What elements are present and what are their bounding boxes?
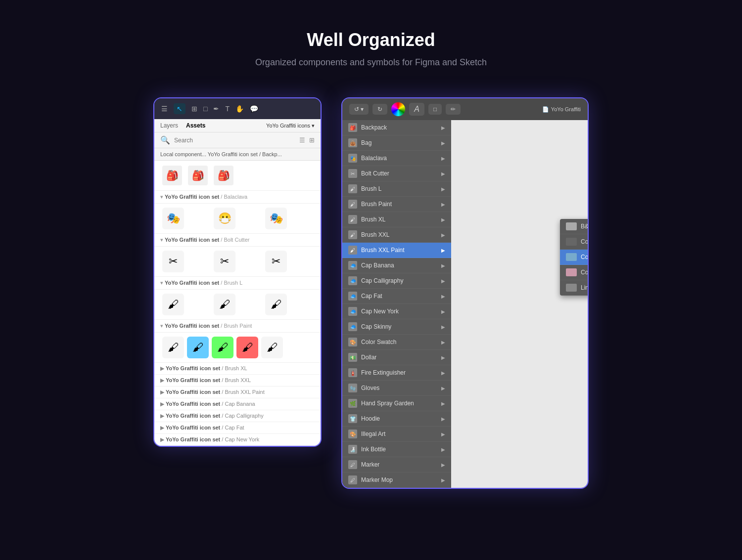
cursor-icon[interactable]: ↖ (174, 103, 186, 114)
menu-label-hand-spray: Hand Spray Garden (361, 400, 414, 407)
menu-item-color-swatch[interactable]: 🎨 Color Swatch ▶ (342, 335, 451, 350)
balaclava-icon-3: 🎭 (265, 208, 287, 229)
submenu-line[interactable]: Line (560, 280, 589, 296)
menu-item-cap-new-york[interactable]: 🧢 Cap New York ▶ (342, 304, 451, 319)
tab-dropdown[interactable]: YoYo Graffiti icons ▾ (266, 123, 315, 129)
submenu-color-pastel[interactable]: Color Pastel (560, 265, 589, 280)
font-btn[interactable]: A (409, 103, 424, 116)
menu-icon[interactable]: ☰ (161, 105, 168, 113)
brush-xl-menu-icon: 🖌 (348, 215, 357, 224)
cap-fat-menu-icon: 🧢 (348, 292, 357, 301)
menu-item-brush-xl[interactable]: 🖌 Brush XL ▶ (342, 212, 451, 227)
list-item-cap-calligraphy[interactable]: ▶ YoYo Graffiti icon set / Cap Calligrap… (154, 410, 321, 422)
bw-icon (566, 222, 577, 230)
icon-grid-bolt-cutter: ✂ ✂ ✂ (154, 247, 321, 277)
hand-icon[interactable]: ✋ (235, 105, 244, 113)
arrow-bag: ▶ (441, 140, 445, 146)
menu-item-hoodie[interactable]: 👕 Hoodie ▶ (342, 411, 451, 427)
grid-icon[interactable]: ⊞ (309, 136, 315, 144)
submenu-color-deep[interactable]: Color Deep (560, 234, 589, 250)
menu-item-cap-skinny[interactable]: 🧢 Cap Skinny ▶ (342, 319, 451, 335)
submenu-label-line: Line (581, 284, 589, 291)
rotate-left-btn[interactable]: ↺ ▾ (349, 104, 369, 115)
brush-l-icon-1: 🖌 (162, 294, 184, 315)
icon-backpack-bw: 🎒 (162, 166, 182, 185)
page-title: Well Organized (307, 30, 435, 50)
menu-label-backpack: Backpack (361, 124, 387, 131)
right-canvas: B&W Color Deep Color Downy Color Pastel (451, 120, 588, 488)
section-brush-paint: ▾ YoYo Graffiti icon set / Brush Paint (154, 320, 321, 333)
shape-btn[interactable]: □ (428, 104, 442, 115)
icon-grid-brush-paint: 🖌 🖌 🖌 🖌 🖌 (154, 333, 321, 363)
arrow-cap-calligraphy: ▶ (441, 278, 445, 284)
list-item-cap-banana[interactable]: ▶ YoYo Graffiti icon set / Cap Banana (154, 398, 321, 410)
icon-backpack-color: 🎒 (188, 166, 208, 185)
menu-item-ink-bottle[interactable]: 🍶 Ink Bottle ▶ (342, 442, 451, 457)
menu-item-brush-l[interactable]: 🖌 Brush L ▶ (342, 181, 451, 197)
hand-spray-menu-icon: 🌿 (348, 399, 357, 408)
menu-item-cap-fat[interactable]: 🧢 Cap Fat ▶ (342, 289, 451, 304)
frame-icon[interactable]: ⊞ (191, 105, 197, 113)
rotate-right-btn[interactable]: ↻ (372, 104, 387, 115)
list-icon[interactable]: ☰ (299, 136, 305, 144)
search-icons: ☰ ⊞ (299, 136, 315, 144)
menu-item-cap-calligraphy[interactable]: 🧢 Cap Calligraphy ▶ (342, 273, 451, 289)
list-item-brush-xxl[interactable]: ▶ YoYo Graffiti icon set / Brush XXL (154, 375, 321, 387)
left-toolbar: ☰ ↖ ⊞ □ ✒ T ✋ 💬 (154, 98, 321, 119)
color-picker-btn[interactable] (391, 102, 405, 116)
tab-layers[interactable]: Layers (160, 122, 178, 129)
menu-label-cap-calligraphy: Cap Calligraphy (361, 277, 403, 284)
menu-item-illegal-art[interactable]: 🎨 Illegal Art ▶ (342, 427, 451, 442)
menu-item-fire-extinguisher[interactable]: 🧯 Fire Extinguisher ▶ (342, 365, 451, 381)
menu-item-marker[interactable]: 🖊 Marker ▶ (342, 457, 451, 473)
pen-icon[interactable]: ✒ (213, 105, 219, 113)
list-item-cap-fat[interactable]: ▶ YoYo Graffiti icon set / Cap Fat (154, 422, 321, 434)
text-icon[interactable]: T (225, 105, 230, 113)
shape-icon[interactable]: □ (203, 105, 207, 113)
panel-tabs: Layers Assets YoYo Graffiti icons ▾ (154, 119, 321, 132)
menu-item-bolt-cutter[interactable]: ✂ Bolt Cutter ▶ (342, 166, 451, 181)
list-item-brush-xxl-paint[interactable]: ▶ YoYo Graffiti icon set / Brush XXL Pai… (154, 387, 321, 398)
brush-paint-icon-3: 🖌 (212, 337, 233, 358)
submenu-color-downy[interactable]: Color Downy (560, 250, 589, 265)
arrow-dollar: ▶ (441, 355, 445, 360)
menu-label-cap-skinny: Cap Skinny (361, 323, 391, 330)
arrow-cap-banana: ▶ (441, 263, 445, 268)
cap-calligraphy-menu-icon: 🧢 (348, 276, 357, 285)
menu-item-cap-banana[interactable]: 🧢 Cap Banana ▶ (342, 258, 451, 273)
menu-item-gloves[interactable]: 🧤 Gloves ▶ (342, 381, 451, 396)
submenu-bw[interactable]: B&W (560, 219, 589, 234)
arrow-hand-spray: ▶ (441, 401, 445, 406)
arrow-illegal-art: ▶ (441, 431, 445, 437)
comment-icon[interactable]: 💬 (250, 105, 258, 113)
menu-list: 🎒 Backpack ▶ 👜 Bag ▶ 🎭 Balaclava ▶ ✂ Bol… (342, 120, 451, 488)
backpack-menu-icon: 🎒 (348, 123, 357, 132)
local-component-label: Local component... YoYo Graffiti icon se… (154, 148, 321, 161)
menu-item-dollar[interactable]: 💵 Dollar ▶ (342, 350, 451, 365)
cap-skinny-menu-icon: 🧢 (348, 322, 357, 331)
marker-menu-icon: 🖊 (348, 460, 357, 469)
menu-item-hand-spray[interactable]: 🌿 Hand Spray Garden ▶ (342, 396, 451, 411)
menu-item-brush-xxl-paint[interactable]: 🖌 Brush XXL Paint ▶ (342, 243, 451, 258)
brush-paint-menu-icon: 🖌 (348, 200, 357, 209)
edit-btn[interactable]: ✏ (446, 104, 461, 115)
menu-item-bag[interactable]: 👜 Bag ▶ (342, 135, 451, 151)
menu-label-balaclava: Balaclava (361, 155, 387, 162)
menu-item-marker-mop[interactable]: 🖊 Marker Mop ▶ (342, 473, 451, 488)
menu-label-cap-fat: Cap Fat (361, 293, 382, 300)
menu-item-balaclava[interactable]: 🎭 Balaclava ▶ (342, 151, 451, 166)
menu-item-backpack[interactable]: 🎒 Backpack ▶ (342, 120, 451, 135)
menu-item-brush-paint[interactable]: 🖌 Brush Paint ▶ (342, 197, 451, 212)
menu-label-fire-extinguisher: Fire Extinguisher (361, 369, 406, 376)
list-item-brush-xl[interactable]: ▶ YoYo Graffiti icon set / Brush XL (154, 363, 321, 375)
bolt-cutter-menu-icon: ✂ (348, 169, 357, 178)
section-balaclava: ▾ YoYo Graffiti icon set / Balaclava (154, 191, 321, 204)
list-item-cap-new-york[interactable]: ▶ YoYo Graffiti icon set / Cap New York (154, 434, 321, 446)
tab-assets[interactable]: Assets (186, 122, 205, 129)
submenu-label-color-pastel: Color Pastel (581, 269, 589, 276)
menu-item-brush-xxl[interactable]: 🖌 Brush XXL ▶ (342, 227, 451, 243)
icon-grid-balaclava: 🎭 😷 🎭 (154, 204, 321, 234)
search-input[interactable] (174, 137, 295, 144)
fire-ext-menu-icon: 🧯 (348, 368, 357, 377)
arrow-brush-paint: ▶ (441, 202, 445, 207)
